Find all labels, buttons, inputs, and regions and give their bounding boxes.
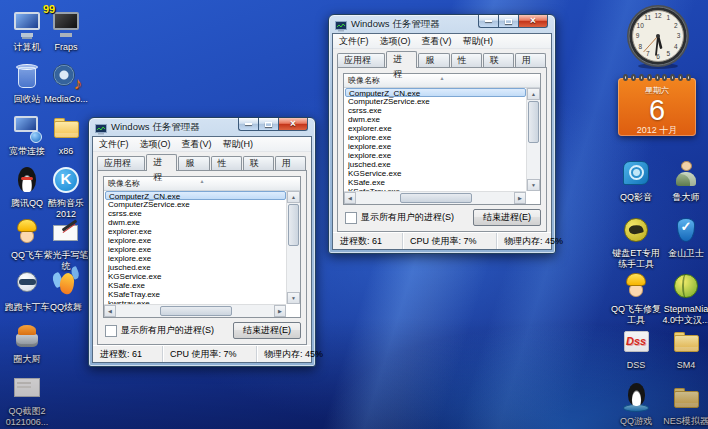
- process-row[interactable]: KGService.exe: [345, 169, 526, 178]
- scroll-right-icon[interactable]: ▶: [274, 305, 286, 317]
- horizontal-scroll-thumb[interactable]: [160, 306, 232, 316]
- vertical-scroll-thumb[interactable]: [528, 101, 539, 143]
- maximize-button[interactable]: [258, 118, 278, 131]
- process-row[interactable]: jusched.exe: [105, 263, 286, 272]
- desktop-icon-stepmania[interactable]: StepmaNia 4.0中文汉...: [660, 270, 708, 325]
- close-button[interactable]: ×: [278, 118, 308, 131]
- tab-performance[interactable]: 性能: [451, 53, 482, 67]
- process-list[interactable]: 映像名称 ▲ ComputerZ_CN.exeComputerZService.…: [103, 176, 301, 318]
- desktop-icon-mediacoder[interactable]: MediaCo...: [40, 60, 92, 105]
- desktop-icon-kugou-music[interactable]: 酷狗音乐 2012: [40, 164, 92, 219]
- tab-applications[interactable]: 应用程序: [337, 53, 385, 67]
- vertical-scrollbar[interactable]: ▲ ▼: [526, 88, 540, 191]
- process-row[interactable]: ComputerZ_CN.exe: [105, 191, 286, 200]
- column-header-image-name[interactable]: 映像名称 ▲: [104, 177, 300, 191]
- process-row[interactable]: jusched.exe: [345, 160, 526, 169]
- tab-networking[interactable]: 联网: [243, 156, 274, 170]
- tab-services[interactable]: 服务: [178, 156, 209, 170]
- process-row[interactable]: iexplore.exe: [345, 142, 526, 151]
- menu-view[interactable]: 查看(V): [422, 35, 452, 48]
- desktop-icon-qq-screenshot[interactable]: QQ截图2 0121006...: [1, 372, 53, 427]
- desktop-icon-unis-pen[interactable]: 紫光手写笔 统: [40, 216, 92, 271]
- process-row[interactable]: KGService.exe: [105, 272, 286, 281]
- title-bar[interactable]: Windows 任务管理器 ×: [329, 15, 555, 33]
- vertical-scrollbar[interactable]: ▲ ▼: [286, 191, 300, 304]
- process-row[interactable]: KSafe.exe: [105, 281, 286, 290]
- process-row[interactable]: iexplore.exe: [345, 133, 526, 142]
- end-process-button[interactable]: 结束进程(E): [233, 322, 301, 339]
- tab-processes[interactable]: 进程: [146, 154, 177, 171]
- calendar-gadget[interactable]: 星期六 6 2012 十月: [618, 78, 696, 136]
- process-row[interactable]: dwm.exe: [345, 115, 526, 124]
- desktop[interactable]: 计算机 回收站 宽带连接 腾讯QQ: [0, 0, 708, 429]
- end-process-button[interactable]: 结束进程(E): [473, 209, 541, 226]
- horizontal-scrollbar[interactable]: ◀ ▶: [344, 191, 526, 204]
- tab-services[interactable]: 服务: [418, 53, 449, 67]
- desktop-icon-ludashi[interactable]: 鲁大师: [660, 158, 708, 203]
- desktop-icon-qq-game[interactable]: QQ游戏: [610, 382, 662, 427]
- desktop-icon-qq-dance[interactable]: QQ炫舞: [40, 268, 92, 313]
- desktop-icon-qq-player[interactable]: QQ影音: [610, 158, 662, 203]
- process-list[interactable]: 映像名称 ▲ ComputerZ_CN.exeComputerZService.…: [343, 73, 541, 205]
- scroll-down-icon[interactable]: ▼: [287, 292, 300, 304]
- desktop-icon-kingsoft-guard[interactable]: 金山卫士: [660, 214, 708, 259]
- clock-gadget[interactable]: 123456789101112: [626, 4, 690, 70]
- icon-label: SM4: [677, 360, 696, 371]
- scroll-right-icon[interactable]: ▶: [514, 192, 526, 204]
- scroll-left-icon[interactable]: ◀: [344, 192, 356, 204]
- horizontal-scroll-thumb[interactable]: [400, 193, 472, 203]
- desktop-icon-fraps[interactable]: Fraps 99: [40, 8, 92, 53]
- menu-file[interactable]: 文件(F): [339, 35, 369, 48]
- process-row[interactable]: iexplore.exe: [105, 236, 286, 245]
- menu-help[interactable]: 帮助(H): [223, 138, 254, 151]
- process-row[interactable]: iexplore.exe: [345, 151, 526, 160]
- scroll-down-icon[interactable]: ▼: [527, 179, 540, 191]
- process-row[interactable]: explorer.exe: [105, 227, 286, 236]
- menu-file[interactable]: 文件(F): [99, 138, 129, 151]
- desktop-icon-x86-folder[interactable]: x86: [40, 112, 92, 157]
- tab-users[interactable]: 用户: [515, 53, 546, 67]
- task-manager-window-right[interactable]: Windows 任务管理器 × 文件(F) 选项(O) 查看(V) 帮助(H) …: [328, 14, 556, 254]
- desktop-icon-qq-speed-repair-tool[interactable]: QQ飞车修复 工具: [610, 270, 662, 325]
- menu-options[interactable]: 选项(O): [380, 35, 411, 48]
- process-row[interactable]: iexplore.exe: [105, 245, 286, 254]
- minimize-button[interactable]: [478, 15, 498, 28]
- process-row[interactable]: KSafeTray.exe: [105, 290, 286, 299]
- desktop-icon-keyboard-et-tool[interactable]: 键盘ET专用 练手工具: [610, 214, 662, 269]
- tab-applications[interactable]: 应用程序: [97, 156, 145, 170]
- desktop-icon-nes-emulator[interactable]: NES模拟器: [660, 382, 708, 427]
- scroll-up-icon[interactable]: ▲: [527, 88, 540, 100]
- control-row: 显示所有用户的进程(S) 结束进程(E): [343, 209, 541, 226]
- desktop-icon-dss[interactable]: DSS: [610, 326, 662, 371]
- tab-performance[interactable]: 性能: [211, 156, 242, 170]
- show-all-users-checkbox[interactable]: [345, 212, 357, 224]
- vertical-scroll-thumb[interactable]: [288, 204, 299, 246]
- tab-users[interactable]: 用户: [275, 156, 306, 170]
- process-row[interactable]: iexplore.exe: [105, 254, 286, 263]
- show-all-users-checkbox[interactable]: [105, 325, 117, 337]
- tab-processes[interactable]: 进程: [386, 51, 417, 68]
- menu-options[interactable]: 选项(O): [140, 138, 171, 151]
- scroll-left-icon[interactable]: ◀: [104, 305, 116, 317]
- scroll-up-icon[interactable]: ▲: [287, 191, 300, 203]
- desktop-icon-sm4-folder[interactable]: SM4: [660, 326, 708, 371]
- minimize-button[interactable]: [238, 118, 258, 131]
- process-row[interactable]: ComputerZService.exe: [105, 200, 286, 209]
- process-row[interactable]: explorer.exe: [345, 124, 526, 133]
- process-row[interactable]: ComputerZ_CN.exe: [345, 88, 526, 97]
- process-row[interactable]: KSafe.exe: [345, 178, 526, 187]
- menu-help[interactable]: 帮助(H): [463, 35, 494, 48]
- maximize-button[interactable]: [498, 15, 518, 28]
- horizontal-scrollbar[interactable]: ◀ ▶: [104, 304, 286, 317]
- process-row[interactable]: csrss.exe: [345, 106, 526, 115]
- menu-view[interactable]: 查看(V): [182, 138, 212, 151]
- title-bar[interactable]: Windows 任务管理器 ×: [89, 118, 315, 136]
- process-row[interactable]: dwm.exe: [105, 218, 286, 227]
- desktop-icon-chef[interactable]: 圈大厨: [1, 320, 53, 365]
- task-manager-window-left[interactable]: Windows 任务管理器 × 文件(F) 选项(O) 查看(V) 帮助(H) …: [88, 117, 316, 367]
- column-header-image-name[interactable]: 映像名称 ▲: [344, 74, 540, 88]
- close-button[interactable]: ×: [518, 15, 548, 28]
- process-row[interactable]: csrss.exe: [105, 209, 286, 218]
- process-row[interactable]: ComputerZService.exe: [345, 97, 526, 106]
- tab-networking[interactable]: 联网: [483, 53, 514, 67]
